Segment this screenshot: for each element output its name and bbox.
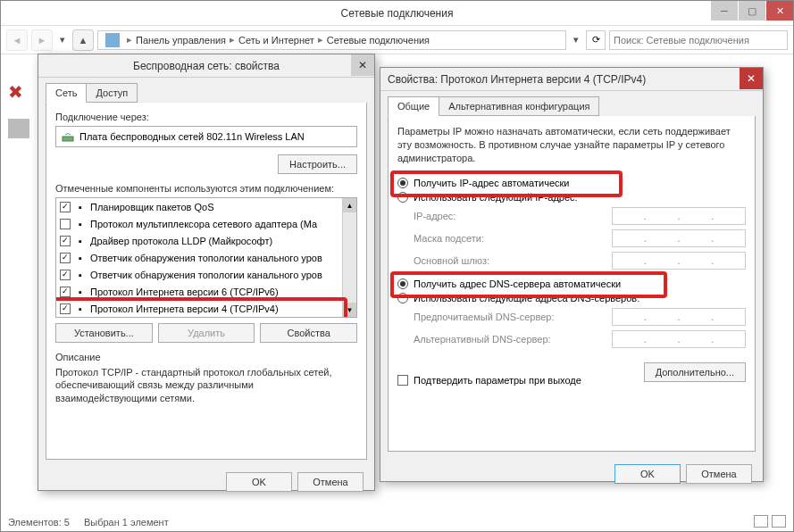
status-bar: Элементов: 5 Выбран 1 элемент (8, 517, 169, 528)
radio-label: Получить IP-адрес автоматически (414, 178, 569, 188)
radio-icon (397, 278, 408, 289)
ip-address-label: IP-адрес: (414, 211, 612, 221)
component-label: Драйвер протокола LLDP (Майкрософт) (90, 236, 272, 246)
components-list[interactable]: ✓▪Планировщик пакетов QoS▪Протокол мульт… (55, 197, 357, 318)
refresh-button[interactable]: ⟳ (586, 30, 606, 50)
checkbox-label: Подтвердить параметры при выходе (414, 375, 581, 386)
ip-address-field[interactable]: ... (612, 207, 746, 225)
scroll-down-icon[interactable]: ▼ (343, 303, 356, 317)
breadcrumb-dropdown[interactable]: ▾ (570, 29, 582, 51)
tab-alternate[interactable]: Альтернативная конфигурация (439, 96, 599, 116)
protocol-icon: ▪ (74, 235, 87, 247)
radio-dns-auto[interactable]: Получить адрес DNS-сервера автоматически (397, 278, 746, 289)
description-text: Протокол TCP/IP - стандартный протокол г… (55, 366, 357, 404)
control-panel-icon (105, 33, 120, 47)
install-button[interactable]: Установить... (55, 323, 153, 343)
properties-button[interactable]: Свойства (260, 323, 357, 343)
component-item[interactable]: ▪Протокол мультиплексора сетевого адапте… (56, 215, 342, 232)
back-button[interactable]: ◄ (6, 29, 28, 51)
configure-button[interactable]: Настроить... (278, 154, 357, 174)
scroll-up-icon[interactable]: ▲ (343, 198, 356, 212)
checkbox-icon[interactable]: ✓ (60, 270, 71, 280)
dialog-title: Беспроводная сеть: свойства (133, 60, 280, 72)
confirm-on-exit-checkbox[interactable]: Подтвердить параметры при выходе (397, 375, 581, 386)
component-item[interactable]: ✓▪Протокол Интернета версии 4 (TCP/IPv4) (56, 300, 342, 317)
tab-access[interactable]: Доступ (86, 83, 138, 103)
dialog-title: Свойства: Протокол Интернета версии 4 (T… (388, 73, 646, 86)
subnet-mask-label: Маска подсети: (414, 233, 612, 244)
dns-alternate-label: Альтернативный DNS-сервер: (414, 334, 612, 345)
remove-button[interactable]: Удалить (158, 323, 255, 343)
component-item[interactable]: ✓▪Драйвер протокола LLDP (Майкрософт) (56, 232, 342, 249)
radio-icon (397, 293, 408, 303)
component-item[interactable]: ✓▪Ответчик обнаружения топологии канальн… (56, 266, 342, 283)
component-item[interactable]: ✓▪Планировщик пакетов QoS (56, 198, 342, 215)
component-item[interactable]: ✓▪Ответчик обнаружения топологии канальн… (56, 249, 342, 266)
radio-ip-manual[interactable]: Использовать следующий IP-адрес: (397, 192, 746, 203)
component-label: Протокол мультиплексора сетевого адаптер… (90, 219, 317, 229)
breadcrumb-seg[interactable]: Сеть и Интернет (238, 35, 314, 46)
components-label: Отмеченные компоненты используются этим … (55, 183, 357, 194)
wireless-properties-dialog: Беспроводная сеть: свойства ✕ Сеть Досту… (38, 54, 375, 491)
scrollbar[interactable]: ▲ ▼ (342, 198, 356, 317)
dns-preferred-field[interactable]: ... (612, 308, 746, 326)
adapter-name: Плата беспроводных сетей 802.11n Wireles… (79, 131, 305, 142)
checkbox-icon[interactable]: ✓ (60, 287, 71, 297)
info-text: Параметры IP можно назначать автоматичес… (397, 125, 746, 165)
gateway-field[interactable]: ... (612, 252, 746, 270)
history-dropdown[interactable]: ▾ (56, 29, 69, 51)
protocol-icon: ▪ (74, 303, 87, 315)
close-icon[interactable]: ✕ (351, 54, 374, 76)
subnet-mask-field[interactable]: ... (612, 229, 746, 247)
tab-general[interactable]: Общие (388, 96, 439, 116)
component-label: Ответчик обнаружения топологии канальног… (90, 270, 322, 280)
view-switch[interactable] (754, 515, 786, 528)
svg-rect-0 (63, 137, 73, 141)
adapter-field: Плата беспроводных сетей 802.11n Wireles… (55, 126, 357, 147)
disabled-icon: ✖ (8, 81, 29, 101)
radio-label: Использовать следующие адреса DNS-сервер… (414, 293, 639, 303)
advanced-button[interactable]: Дополнительно... (644, 362, 746, 382)
gateway-label: Основной шлюз: (414, 255, 612, 266)
protocol-icon: ▪ (74, 269, 87, 281)
ok-button[interactable]: OK (614, 464, 681, 484)
radio-icon (397, 178, 408, 188)
radio-dns-manual[interactable]: Использовать следующие адреса DNS-сервер… (397, 293, 746, 303)
checkbox-icon[interactable]: ✓ (60, 202, 71, 212)
close-icon[interactable]: ✕ (740, 68, 763, 89)
tab-network[interactable]: Сеть (46, 83, 87, 103)
dns-alternate-field[interactable]: ... (612, 330, 746, 348)
component-item[interactable]: ✓▪Протокол Интернета версии 6 (TCP/IPv6) (56, 283, 342, 300)
ribbon-stub: ✖ (8, 81, 29, 138)
protocol-icon: ▪ (74, 201, 87, 213)
dialog-titlebar: Свойства: Протокол Интернета версии 4 (T… (380, 68, 763, 91)
connect-via-label: Подключение через: (55, 112, 357, 122)
component-label: Планировщик пакетов QoS (90, 202, 214, 212)
checkbox-icon[interactable]: ✓ (60, 303, 71, 314)
breadcrumb[interactable]: ▸ Панель управления ▸ Сеть и Интернет ▸ … (97, 30, 566, 50)
breadcrumb-seg[interactable]: Панель управления (136, 35, 226, 46)
up-button[interactable]: ▲ (72, 29, 94, 51)
checkbox-icon[interactable] (60, 219, 71, 229)
maximize-button[interactable]: ▢ (739, 1, 765, 21)
checkbox-icon[interactable]: ✓ (60, 236, 71, 246)
window-title: Сетевые подключения (341, 7, 454, 20)
breadcrumb-seg[interactable]: Сетевые подключения (327, 35, 430, 46)
component-label: Протокол Интернета версии 4 (TCP/IPv4) (90, 303, 279, 314)
status-count: Элементов: 5 (8, 517, 70, 528)
protocol-icon: ▪ (74, 286, 87, 298)
radio-label: Получить адрес DNS-сервера автоматически (414, 278, 621, 289)
forward-button[interactable]: ► (31, 29, 53, 51)
cancel-button[interactable]: Отмена (297, 472, 364, 492)
ok-button[interactable]: OK (226, 472, 292, 492)
description-label: Описание (55, 352, 357, 362)
minimize-button[interactable]: ─ (711, 1, 738, 21)
protocol-icon: ▪ (74, 252, 87, 264)
close-button[interactable]: ✕ (766, 1, 793, 21)
search-input[interactable] (609, 30, 788, 50)
component-label: Ответчик обнаружения топологии канальног… (90, 253, 322, 263)
radio-ip-auto[interactable]: Получить IP-адрес автоматически (397, 178, 746, 188)
titlebar: Сетевые подключения ─ ▢ ✕ (1, 1, 793, 26)
cancel-button[interactable]: Отмена (686, 464, 752, 484)
checkbox-icon[interactable]: ✓ (60, 253, 71, 263)
